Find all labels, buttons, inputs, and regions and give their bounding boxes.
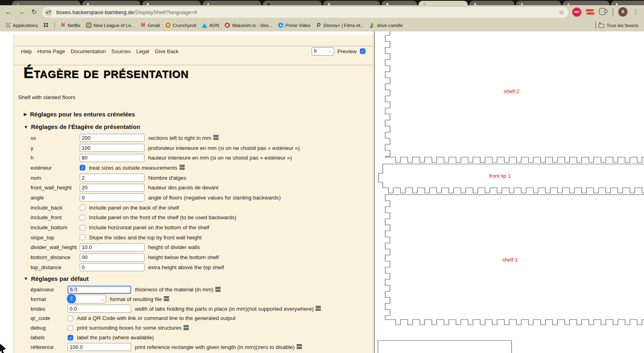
nav-link-help[interactable]: Help: [21, 48, 32, 54]
field-description: sections left to right in mm: [148, 135, 219, 141]
include_front-checkbox[interactable]: [80, 215, 85, 220]
nav-link-give-back[interactable]: Give Back: [155, 48, 178, 54]
bookmark-label: Wakanim.tv - Stre...: [232, 23, 272, 28]
bookmark-new-league-of-le[interactable]: New League of Le...: [86, 23, 135, 28]
bookmark-tiles[interactable]: [43, 23, 49, 28]
bookmark-drive-camille[interactable]: drive camille: [369, 23, 402, 28]
qr_code-checkbox[interactable]: [68, 316, 73, 321]
back-button[interactable]: ←: [3, 7, 14, 17]
language-select[interactable]: fr⌄: [312, 47, 334, 56]
field-description: height below the bottom shelf: [148, 254, 219, 260]
labels-checkbox[interactable]: [68, 335, 73, 341]
bookmarks-separator: [54, 22, 55, 29]
divider_wall_height-input[interactable]: [80, 243, 144, 251]
bookmark-disney-films-et[interactable]: DDisney+ | Films et...: [316, 23, 364, 28]
num-input[interactable]: [80, 174, 144, 182]
section-header-defaults[interactable]: ▼Réglages par défaut: [14, 272, 373, 285]
top_distance-input[interactable]: [80, 263, 144, 271]
field-description: hauteur interieure en mm (si on ne chois…: [148, 155, 292, 161]
bookmark-applications[interactable]: Applications: [6, 23, 38, 28]
url-text: boxes.hackerspace-bamberg.de/DisplayShel…: [56, 9, 198, 15]
site-nav: HelpHome PageDocumentationSourcesLegalGi…: [21, 46, 365, 56]
field-description: angle of floors (negative values for sla…: [148, 195, 281, 201]
nav-link-home-page[interactable]: Home Page: [37, 48, 65, 54]
bookmark-netflix[interactable]: NNetflix: [60, 23, 80, 28]
h-input[interactable]: [80, 154, 144, 162]
bookmarks-separator: [595, 22, 596, 29]
y-input[interactable]: [80, 144, 144, 152]
multiline-toggle-icon[interactable]: [316, 306, 321, 311]
field-label: sx: [31, 135, 80, 141]
profile-avatar[interactable]: R: [618, 7, 627, 17]
multiline-toggle-icon[interactable]: [297, 344, 302, 350]
extensions-icon[interactable]: [599, 8, 606, 15]
form-row-épaisseur: épaisseurthickness of the material (in m…: [14, 285, 373, 295]
toolbar-separator: [613, 8, 613, 16]
form-row-format: format⇧⌄format of resulting file: [14, 294, 373, 304]
page-subtitle: Shelf with slanted floors: [18, 94, 76, 100]
field-label: format: [31, 296, 68, 302]
multiline-toggle-icon[interactable]: [164, 296, 169, 302]
bookmark-prime-video[interactable]: Prime Video: [278, 23, 310, 28]
form-row-labels: labelslabel the parts (where available): [14, 333, 373, 343]
multiline-toggle-icon[interactable]: [213, 135, 219, 141]
multiline-toggle-icon[interactable]: [184, 325, 189, 331]
bookmark-crunchyroll[interactable]: Crunchyroll: [165, 23, 196, 28]
bookmark-label: drive camille: [377, 23, 402, 28]
form-row-h: hhauteur interieure en mm (si on ne choi…: [14, 153, 373, 163]
bookmark-label: ADN: [209, 23, 219, 28]
all-bookmarks-button[interactable]: Tous les favoris: [607, 23, 638, 28]
bookmark-adn[interactable]: ADN: [202, 23, 219, 28]
sx-input[interactable]: [80, 134, 144, 142]
field-description: print surrounding boxes for some structu…: [77, 325, 189, 331]
browser-menu-icon[interactable]: ⋮: [633, 7, 639, 17]
field-label: angle: [31, 195, 80, 201]
extension-overlay-icon[interactable]: ⇧: [67, 294, 76, 303]
parts-drawing: shelf 2front lip 1shelf 1: [375, 31, 644, 353]
bookmark-gmail[interactable]: MGmail: [140, 23, 160, 28]
site-settings-icon[interactable]: [45, 8, 53, 17]
épaisseur-input[interactable]: [68, 286, 131, 294]
section-title: Réglages par défaut: [31, 275, 89, 282]
field-description: Include panel on the front of the shelf …: [89, 214, 236, 220]
browser-tab-strip: [0, 0, 644, 5]
multiline-toggle-icon[interactable]: [180, 165, 185, 170]
angle-input[interactable]: [80, 193, 144, 201]
field-description: Nombre d'atges: [148, 175, 186, 181]
form-row-slope_top: slope_topSlope the sides and the top by …: [14, 233, 373, 243]
bottom_distance-input[interactable]: [80, 253, 144, 262]
preview-checkbox[interactable]: [360, 48, 365, 54]
field-description: height of divider walls: [148, 244, 200, 250]
address-bar[interactable]: boxes.hackerspace-bamberg.de/DisplayShel…: [42, 7, 568, 18]
cr-icon: [165, 23, 171, 28]
reload-button[interactable]: ↻: [29, 7, 39, 17]
section-header-fingerjoint[interactable]: ▶Réglages pour les entures crénelées: [14, 108, 373, 120]
debug-checkbox[interactable]: [68, 325, 73, 331]
bookmark-label: New League of Le...: [93, 23, 135, 28]
tiles-icon: [43, 23, 49, 28]
field-label: référence: [31, 344, 68, 350]
nav-link-sources[interactable]: Sources: [111, 48, 131, 54]
adblock-extension-icon[interactable]: ABP: [572, 8, 581, 17]
section-header-shelf[interactable]: ▼Réglages de l'Étagère de présentation: [14, 120, 373, 133]
gmail-icon: M: [140, 23, 146, 28]
nav-link-legal[interactable]: Legal: [136, 48, 149, 54]
section-title: Réglages pour les entures crénelées: [30, 111, 135, 118]
référence-input[interactable]: [68, 343, 131, 351]
bookmark-star-icon[interactable]: ☆: [559, 8, 564, 16]
brides-input[interactable]: [68, 305, 131, 313]
form-row-top_distance: top_distanceextra height above the top s…: [14, 262, 373, 272]
include_bottom-checkbox[interactable]: [80, 225, 85, 230]
forward-button[interactable]: →: [16, 7, 27, 17]
part-outline-front-lip-1: [378, 164, 644, 193]
format-select[interactable]: ⇧⌄: [68, 295, 106, 303]
vpn-extension-icon[interactable]: [586, 9, 594, 15]
front_wall_height-input[interactable]: [80, 184, 144, 192]
nav-link-documentation[interactable]: Documentation: [70, 48, 105, 54]
multiline-toggle-icon[interactable]: [215, 287, 221, 293]
extérieur-checkbox[interactable]: [80, 165, 85, 170]
include_back-checkbox[interactable]: [80, 205, 85, 210]
form-row-include_back: include_backInclude panel on the back of…: [14, 203, 373, 213]
slope_top-checkbox[interactable]: [80, 235, 85, 240]
bookmark-wakanim-tv-stre[interactable]: Wakanim.tv - Stre...: [225, 23, 272, 28]
